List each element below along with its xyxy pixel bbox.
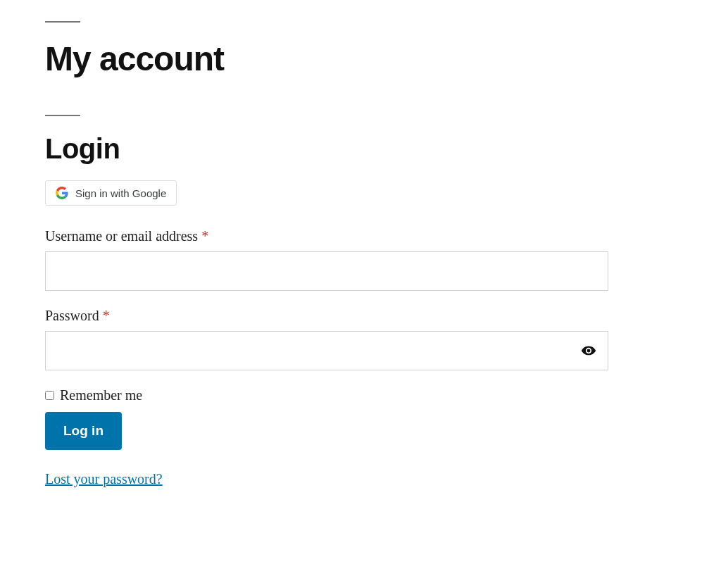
divider bbox=[45, 115, 80, 116]
username-label: Username or email address bbox=[45, 228, 198, 244]
login-button[interactable]: Log in bbox=[45, 412, 122, 450]
password-label: Password bbox=[45, 308, 99, 323]
google-icon bbox=[56, 187, 68, 199]
password-label-line: Password * bbox=[45, 308, 608, 324]
divider bbox=[45, 21, 80, 23]
login-button-label: Log in bbox=[63, 423, 104, 438]
password-input[interactable] bbox=[45, 331, 608, 370]
required-mark: * bbox=[103, 308, 110, 323]
login-form: Username or email address * Password * R… bbox=[45, 228, 608, 487]
toggle-password-button[interactable] bbox=[576, 338, 601, 363]
remember-checkbox[interactable] bbox=[45, 391, 54, 400]
page-title: My account bbox=[45, 39, 676, 78]
google-signin-button[interactable]: Sign in with Google bbox=[45, 180, 177, 206]
remember-row: Remember me bbox=[45, 387, 608, 404]
google-signin-label: Sign in with Google bbox=[75, 187, 166, 199]
eye-icon bbox=[581, 342, 596, 360]
username-label-line: Username or email address * bbox=[45, 228, 608, 244]
lost-password-link[interactable]: Lost your password? bbox=[45, 471, 163, 487]
username-input[interactable] bbox=[45, 251, 608, 291]
password-field-row: Password * bbox=[45, 308, 608, 370]
remember-label: Remember me bbox=[60, 387, 142, 404]
username-field-row: Username or email address * bbox=[45, 228, 608, 291]
login-heading: Login bbox=[45, 133, 676, 165]
required-mark: * bbox=[201, 228, 208, 244]
